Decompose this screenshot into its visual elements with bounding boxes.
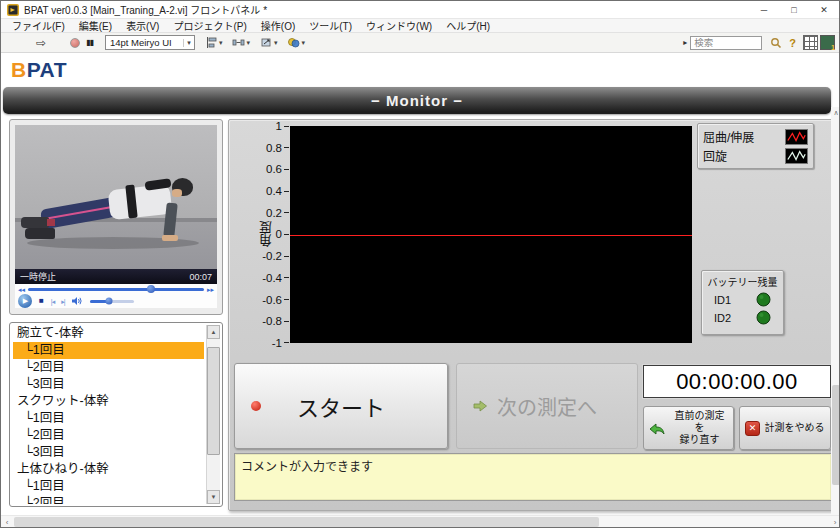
video-controls: ◂◂ ▸▸ ▶ ■ |◂ ▸|	[15, 284, 217, 308]
rotation-line-icon	[785, 148, 808, 164]
resize-objects-button[interactable]: ▾	[260, 36, 278, 49]
volume-slider[interactable]	[90, 300, 134, 303]
y-tick: 0.6	[237, 163, 289, 175]
y-tick-label: 0.2	[266, 207, 282, 219]
video-screen[interactable]: 一時停止 00:07	[15, 125, 217, 284]
scroll-down-arrow-icon[interactable]: ▼	[207, 490, 220, 504]
exercise-list-items: 腕立て-体幹└1回目└2回目└3回目スクワット-体幹└1回目└2回目└3回目上体…	[13, 325, 204, 504]
pause-button[interactable]: ▮▮	[86, 38, 93, 47]
maximize-button[interactable]: □	[779, 1, 809, 18]
y-tick-mark	[284, 126, 289, 127]
exercise-list: 腕立て-体幹└1回目└2回目└3回目スクワット-体幹└1回目└2回目└3回目上体…	[9, 322, 223, 507]
list-item[interactable]: スクワット-体幹	[13, 393, 204, 410]
monitor-section-header: − Monitor −	[3, 87, 831, 114]
menu-item[interactable]: ツール(T)	[302, 18, 359, 33]
y-tick: -1	[237, 337, 289, 349]
list-item[interactable]: 上体ひねり-体幹	[13, 461, 204, 478]
menu-item[interactable]: 編集(E)	[72, 18, 119, 33]
timer-value: 00:00:00.00	[676, 369, 798, 395]
menu-item[interactable]: ウィンドウ(W)	[359, 18, 439, 33]
list-item[interactable]: └1回目	[13, 478, 204, 495]
menu-item[interactable]: 操作(O)	[254, 18, 302, 33]
list-item[interactable]: └2回目	[13, 495, 204, 504]
y-tick-mark	[284, 212, 289, 213]
reorder-objects-button[interactable]: ▾	[287, 36, 305, 49]
y-tick-mark	[284, 256, 289, 257]
seek-thumb[interactable]	[147, 285, 155, 293]
distribute-objects-button[interactable]: ▾	[232, 36, 250, 49]
y-tick-mark	[284, 169, 289, 170]
y-tick: -0.2	[237, 250, 289, 262]
y-tick-label: -1	[272, 337, 282, 349]
legend-item-rotation[interactable]: 回旋	[703, 146, 808, 165]
run-button[interactable]: ⇨	[36, 36, 46, 50]
video-timestamp: 00:07	[189, 272, 212, 282]
menu-item[interactable]: プロジェクト(P)	[166, 18, 253, 33]
vertical-scroll-thumb[interactable]	[832, 385, 840, 485]
redo-measurement-button[interactable]: 直前の測定を録り直す	[643, 406, 734, 450]
person-sock	[47, 219, 55, 226]
y-tick: 0	[237, 228, 289, 240]
toolbar-overflow-icon[interactable]: ▸	[683, 38, 687, 47]
seek-bar[interactable]	[28, 288, 204, 291]
monitor-title: − Monitor −	[371, 92, 463, 109]
list-item[interactable]: └1回目	[13, 410, 204, 427]
horizontal-scroll-thumb[interactable]	[14, 517, 599, 527]
help-icon[interactable]: ?	[789, 37, 796, 49]
menu-item[interactable]: ヘルプ(H)	[439, 18, 497, 33]
vertical-scrollbar[interactable]: ∧ ∨	[831, 107, 840, 528]
volume-thumb[interactable]	[106, 298, 113, 305]
font-selector-value: 14pt Meiryo UI	[110, 37, 172, 48]
minimize-button[interactable]: ─	[749, 1, 779, 18]
search-input[interactable]	[690, 36, 762, 50]
y-tick-mark	[284, 299, 289, 300]
start-button[interactable]: スタート	[234, 363, 448, 449]
list-scrollbar[interactable]: ▲ ▼	[206, 325, 220, 504]
comment-input[interactable]: コメントが入力できます	[234, 453, 832, 501]
list-item[interactable]: └1回目	[13, 342, 204, 359]
stop-measurement-button[interactable]: ✕ 計測をやめる	[739, 406, 831, 450]
align-objects-icon	[205, 36, 218, 49]
font-selector[interactable]: 14pt Meiryo UI ▾	[105, 35, 195, 50]
list-item[interactable]: └3回目	[13, 376, 204, 393]
scroll-up-icon[interactable]: ∧	[831, 107, 840, 119]
battery-id2-label: ID2	[714, 312, 731, 324]
list-item-label: └2回目	[24, 360, 65, 374]
y-tick-label: -0.4	[262, 272, 282, 284]
list-item-label: 上体ひねり-体幹	[17, 462, 109, 476]
menu-item[interactable]: 表示(V)	[119, 18, 166, 33]
scroll-up-arrow-icon[interactable]: ▲	[207, 325, 220, 339]
next-measurement-button[interactable]: 次の測定へ	[456, 363, 638, 449]
scroll-left-icon[interactable]: ‹	[1, 516, 13, 528]
list-item[interactable]: └2回目	[13, 359, 204, 376]
search-icon[interactable]	[770, 37, 782, 49]
grid-icon[interactable]	[803, 35, 818, 50]
menu-item[interactable]: ファイル(F)	[5, 18, 72, 33]
rewind-icon[interactable]: ◂◂	[18, 286, 25, 293]
flexion-line-icon	[785, 129, 808, 145]
panel-window-icon[interactable]: 1	[820, 35, 835, 50]
list-item[interactable]: 腕立て-体幹	[13, 325, 204, 342]
fast-forward-icon[interactable]: ▸▸	[207, 286, 214, 293]
horizontal-scrollbar[interactable]: ‹ ›	[1, 515, 840, 527]
stop-measurement-label: 計測をやめる	[764, 422, 825, 434]
list-item[interactable]: └3回目	[13, 444, 204, 461]
list-item[interactable]: └2回目	[13, 427, 204, 444]
stop-playback-button[interactable]: ■	[39, 297, 44, 305]
y-tick: 1	[237, 120, 289, 132]
speaker-icon[interactable]	[72, 296, 83, 306]
align-objects-button[interactable]: ▾	[205, 36, 223, 49]
play-button[interactable]: ▶	[18, 294, 32, 308]
y-tick: 0.8	[237, 142, 289, 154]
abort-button[interactable]	[70, 38, 80, 48]
next-frame-button[interactable]: ▸|	[61, 298, 64, 305]
legend-item-flexion[interactable]: 屈曲/伸展	[703, 127, 808, 146]
close-button[interactable]: ✕	[809, 1, 839, 18]
redo-button-label: 直前の測定を録り直す	[671, 410, 728, 446]
scrollbar-thumb[interactable]	[207, 347, 220, 455]
next-button-label: 次の測定へ	[497, 392, 597, 421]
battery-title: バッテリー残量	[702, 274, 783, 289]
previous-frame-button[interactable]: |◂	[51, 298, 54, 305]
list-item-label: 腕立て-体幹	[17, 326, 84, 340]
y-tick-label: -0.8	[262, 315, 282, 327]
